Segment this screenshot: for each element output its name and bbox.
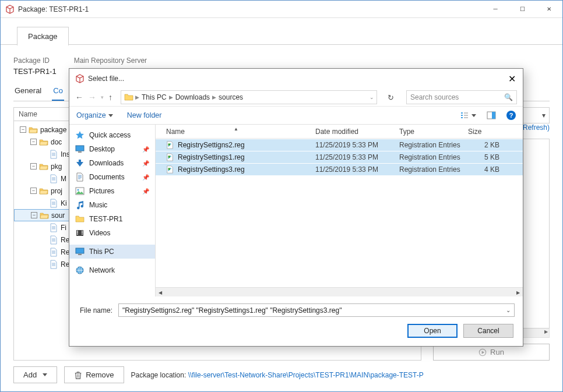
main-tabstrip: Package [1,18,562,45]
file-date: 11/25/2019 5:33 PM [311,141,395,149]
file-icon [49,174,58,183]
file-row[interactable]: RegistrySettigns2.reg11/25/2019 5:33 PMR… [156,139,523,151]
expand-icon[interactable]: − [30,163,37,169]
close-button[interactable]: ✕ [536,1,562,18]
new-folder-button[interactable]: New folder [127,111,162,119]
file-icon [49,199,58,208]
sidebar-pictures[interactable]: Pictures📌 [69,184,155,198]
expand-icon[interactable]: − [31,212,37,218]
col-size[interactable]: Size [463,128,504,136]
doc-icon [75,172,85,182]
file-name: RegistrySettings3.reg [178,165,245,174]
file-icon [49,150,58,159]
file-size: 2 KB [463,141,504,149]
dialog-titlebar: Select file... ✕ [69,69,523,89]
sidebar-network[interactable]: Network [69,263,155,277]
folder-icon [75,214,85,224]
sidebar-videos[interactable]: Videos [69,226,155,240]
file-size: 5 KB [463,153,504,161]
file-dialog: Select file... ✕ ← → ▾ ↑ ▶ This PC ▶ Dow… [69,68,523,347]
help-button[interactable]: ? [506,111,516,120]
nav-back-button[interactable]: ← [75,93,83,102]
file-date: 11/25/2019 5:33 PM [311,165,395,174]
col-type[interactable]: Type [395,128,463,136]
file-hscroll[interactable]: ◀ ▶ [156,287,523,296]
file-list: ▲Name Date modified Type Size RegistrySe… [156,125,523,296]
breadcrumb[interactable]: ▶ This PC ▶ Downloads ▶ sources ⌄ [121,90,377,104]
expand-icon[interactable]: − [20,126,26,133]
pin-icon: 📌 [142,146,149,153]
refresh-link[interactable]: (Refresh) [520,123,550,132]
package-location-path[interactable]: \\file-server\Test-Network-Share\Project… [188,371,424,379]
scroll-right[interactable]: ▶ [513,288,523,297]
caret-down-icon [108,114,113,117]
col-date[interactable]: Date modified [311,128,395,136]
breadcrumb-downloads[interactable]: Downloads [173,93,212,101]
file-row[interactable]: RegistrySettings3.reg11/25/2019 5:33 PMR… [156,163,523,175]
sidebar-test-pr1[interactable]: TEST-PR1 [69,212,155,226]
file-name: RegistrySettings1.reg [178,153,245,161]
breadcrumb-dropdown[interactable]: ⌄ [370,94,374,100]
file-list-header: ▲Name Date modified Type Size [156,125,523,139]
filename-label: File name: [78,306,112,315]
sidebar-quick-access[interactable]: Quick access [69,128,155,142]
dialog-title: Select file... [88,75,496,83]
filename-input[interactable]: "RegistrySettigns2.reg" "RegistrySetting… [118,303,515,317]
nav-recent-dropdown[interactable]: ▾ [101,94,104,100]
search-box[interactable]: Search sources 🔍 [406,90,517,104]
folder-open-icon [39,162,48,171]
tab-package[interactable]: Package [17,27,69,45]
window-controls: ─ ☐ ✕ [482,1,562,18]
subtab-general[interactable]: General [13,86,43,101]
star-icon [75,130,85,140]
sidebar-documents[interactable]: Documents📌 [69,170,155,184]
package-id-label: Package ID [13,56,57,65]
repo-label: Main Repository Server [74,56,147,65]
node-label: M [61,175,66,183]
cancel-button[interactable]: Cancel [463,324,513,338]
refresh-button[interactable]: ↻ [385,93,396,102]
file-icon [49,248,58,257]
preview-pane-icon [487,111,496,120]
preview-pane-button[interactable] [487,111,496,120]
titlebar: Package: TEST-PR1-1 ─ ☐ ✕ [1,1,562,18]
file-row[interactable]: RegistrySettings1.reg11/25/2019 5:33 PMR… [156,151,523,163]
file-icon [49,260,58,269]
file-list-body[interactable]: RegistrySettigns2.reg11/25/2019 5:33 PMR… [156,139,523,287]
dialog-close-button[interactable]: ✕ [496,73,519,84]
music-icon [75,200,85,210]
dialog-nav: ← → ▾ ↑ ▶ This PC ▶ Downloads ▶ sources … [69,89,523,106]
expand-icon[interactable]: − [30,188,37,194]
nav-forward-button[interactable]: → [88,93,96,102]
breadcrumb-root[interactable]: This PC [139,93,169,101]
pin-icon: 📌 [142,174,149,181]
remove-button[interactable]: Remove [64,366,124,383]
sidebar-music[interactable]: Music [69,198,155,212]
maximize-button[interactable]: ☐ [509,1,536,18]
node-label: doc [51,138,62,146]
sidebar-desktop[interactable]: Desktop📌 [69,142,155,156]
dialog-footer: File name: "RegistrySettigns2.reg" "Regi… [69,296,523,346]
filename-value: "RegistrySettigns2.reg" "RegistrySetting… [122,306,342,315]
open-button[interactable]: Open [407,324,458,338]
reg-file-icon [166,141,174,149]
nav-up-button[interactable]: ↑ [108,93,112,102]
expand-icon[interactable]: − [30,139,37,145]
col-name[interactable]: ▲Name [161,128,311,136]
sidebar-downloads[interactable]: Downloads📌 [69,156,155,170]
file-type: Registration Entries [395,141,463,149]
file-size: 4 KB [463,165,504,174]
play-icon [478,348,487,356]
scroll-left[interactable]: ◀ [156,288,165,297]
sidebar-this-pc[interactable]: This PC [69,245,155,259]
file-type: Registration Entries [395,153,463,161]
add-button[interactable]: Add [13,366,57,383]
network-icon [75,266,85,275]
app-icon [5,5,15,14]
subtab-co[interactable]: Co [52,86,64,101]
minimize-button[interactable]: ─ [482,1,509,18]
organize-menu[interactable]: Organize [76,111,113,119]
filename-dropdown[interactable]: ⌄ [506,307,511,313]
view-menu[interactable] [460,111,476,120]
breadcrumb-sources[interactable]: sources [216,93,245,101]
